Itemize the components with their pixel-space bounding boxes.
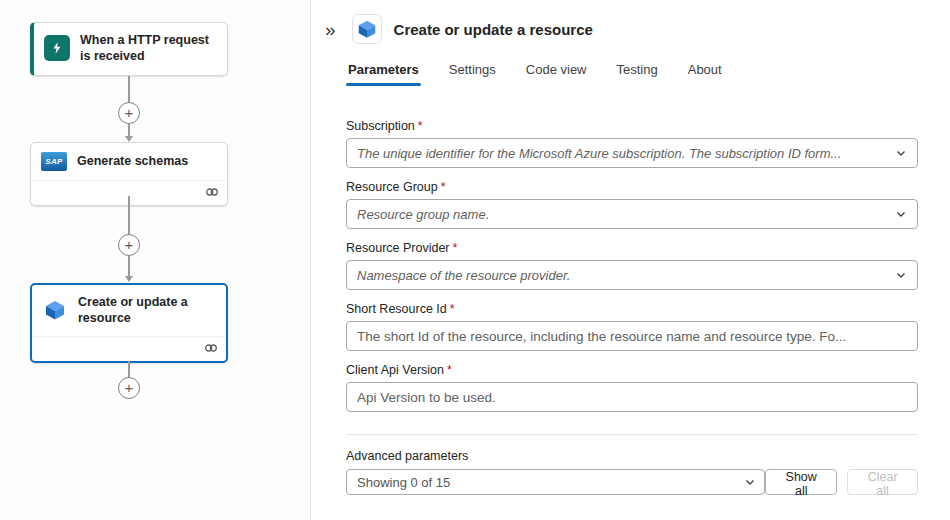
advanced-summary-text: Showing 0 of 15: [357, 475, 744, 490]
field-label: Client Api Version*: [346, 363, 918, 377]
resource-group-combobox[interactable]: Resource group name.: [346, 199, 918, 229]
placeholder-text: Namespace of the resource provider.: [357, 268, 887, 283]
field-resource-group: Resource Group* Resource group name.: [346, 180, 918, 229]
node-body: Create or update a resource: [32, 285, 226, 336]
field-subscription: Subscription* The unique identifier for …: [346, 119, 918, 168]
azure-resource-icon: [352, 14, 382, 44]
connector-line: [128, 256, 130, 276]
section-divider: [346, 434, 918, 435]
client-api-version-input[interactable]: [346, 382, 918, 412]
chevron-down-icon: [895, 147, 907, 159]
field-client-api-version: Client Api Version*: [346, 363, 918, 412]
parameters-form: Subscription* The unique identifier for …: [346, 119, 918, 495]
subscription-combobox[interactable]: The unique identifier for the Microsoft …: [346, 138, 918, 168]
node-create-or-update-resource[interactable]: Create or update a resource: [30, 283, 228, 363]
http-request-icon: [44, 35, 70, 61]
node-title: Generate schemas: [77, 153, 188, 169]
field-label-text: Subscription: [346, 119, 415, 133]
tab-bar: Parameters Settings Code view Testing Ab…: [346, 62, 950, 86]
workflow-canvas[interactable]: When a HTTP request is received + SAP Ge…: [0, 0, 310, 520]
field-label-text: Resource Provider: [346, 241, 450, 255]
sap-icon: SAP: [41, 152, 67, 171]
node-footer: [32, 336, 226, 361]
field-resource-provider: Resource Provider* Namespace of the reso…: [346, 241, 918, 290]
required-asterisk: *: [453, 241, 458, 255]
field-short-resource-id: Short Resource Id*: [346, 302, 918, 351]
field-label: Resource Group*: [346, 180, 918, 194]
tab-code-view[interactable]: Code view: [524, 62, 589, 86]
connector-line: [128, 124, 130, 136]
field-label: Subscription*: [346, 119, 918, 133]
app-window: When a HTTP request is received + SAP Ge…: [0, 0, 950, 520]
panel-title: Create or update a resource: [394, 21, 593, 38]
placeholder-text: Resource group name.: [357, 207, 887, 222]
field-label-text: Client Api Version: [346, 363, 444, 377]
connector: +: [117, 361, 141, 399]
resource-provider-combobox[interactable]: Namespace of the resource provider.: [346, 260, 918, 290]
field-label-text: Short Resource Id: [346, 302, 447, 316]
advanced-buttons: Show all Clear all: [765, 469, 918, 495]
field-label: Short Resource Id*: [346, 302, 918, 316]
clear-all-button[interactable]: Clear all: [847, 469, 918, 495]
required-asterisk: *: [418, 119, 423, 133]
azure-resource-icon: [42, 297, 68, 323]
connection-link-icon: [204, 339, 218, 357]
connection-link-icon: [205, 183, 219, 201]
insert-step-button[interactable]: +: [118, 234, 140, 256]
add-action-button[interactable]: +: [118, 377, 140, 399]
node-body: When a HTTP request is received: [34, 23, 227, 74]
node-title: When a HTTP request is received: [80, 32, 217, 65]
tab-about[interactable]: About: [686, 62, 724, 86]
short-resource-id-input[interactable]: [346, 321, 918, 351]
action-details-panel: » Create or update a resource Parameters…: [310, 0, 950, 520]
chevron-down-icon: [895, 269, 907, 281]
field-label: Resource Provider*: [346, 241, 918, 255]
connector: +: [117, 196, 141, 282]
advanced-parameters-label: Advanced parameters: [346, 449, 918, 463]
tab-testing[interactable]: Testing: [615, 62, 660, 86]
connector-line: [128, 196, 130, 234]
tab-settings[interactable]: Settings: [447, 62, 498, 86]
node-body: SAP Generate schemas: [31, 143, 227, 180]
node-title: Create or update a resource: [78, 294, 216, 327]
connector-line: [128, 361, 130, 377]
node-http-request-trigger[interactable]: When a HTTP request is received: [30, 22, 228, 76]
connector: +: [117, 76, 141, 142]
show-all-button[interactable]: Show all: [765, 469, 837, 495]
insert-step-button[interactable]: +: [118, 102, 140, 124]
arrow-down-icon: [125, 276, 133, 282]
field-label-text: Resource Group: [346, 180, 438, 194]
placeholder-text: The unique identifier for the Microsoft …: [357, 146, 887, 161]
required-asterisk: *: [447, 363, 452, 377]
advanced-parameters-dropdown[interactable]: Showing 0 of 15: [346, 469, 765, 495]
chevron-down-icon: [895, 208, 907, 220]
tab-parameters[interactable]: Parameters: [346, 62, 421, 86]
advanced-parameters-row: Showing 0 of 15 Show all Clear all: [346, 469, 918, 495]
required-asterisk: *: [441, 180, 446, 194]
chevron-down-icon: [744, 476, 756, 488]
panel-header: » Create or update a resource: [311, 14, 950, 44]
connector-line: [128, 76, 130, 102]
collapse-panel-icon[interactable]: »: [321, 18, 340, 41]
required-asterisk: *: [450, 302, 455, 316]
